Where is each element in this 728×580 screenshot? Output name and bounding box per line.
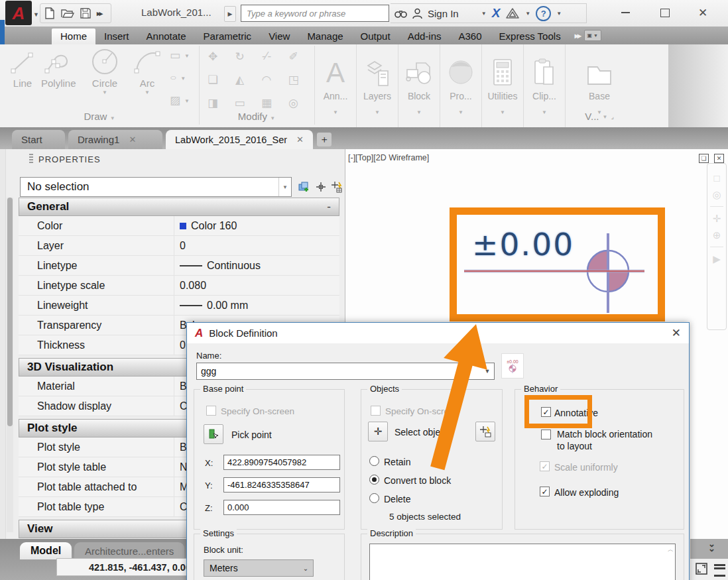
maximize-button[interactable] [655, 5, 675, 20]
move-icon[interactable]: ✥ [204, 50, 221, 64]
file-tab-labwork[interactable]: LabWork_2015_2016_Semester 2* ✕ [166, 130, 313, 149]
block-flyout-icon[interactable]: ▼ [416, 109, 422, 115]
open-file-icon[interactable] [61, 8, 74, 19]
quick-select-button[interactable] [329, 179, 345, 195]
ellipse-tool-button[interactable]: ○ ▼ [170, 72, 186, 84]
objects-specify-checkbox[interactable] [371, 406, 381, 416]
customization-menu-icon[interactable] [714, 564, 725, 577]
title-expand-icon[interactable]: ▶ [224, 6, 236, 22]
minimize-button[interactable] [615, 5, 635, 20]
basepoint-specify-checkbox[interactable] [206, 406, 216, 416]
exchange-apps-icon[interactable]: X [492, 6, 501, 21]
retain-radio[interactable] [369, 456, 379, 466]
model-tab[interactable]: Model [20, 542, 72, 559]
tab-express-tools[interactable]: Express Tools [491, 29, 570, 44]
rectangle-flyout-icon[interactable]: ▼ [184, 53, 190, 59]
base-tool-button[interactable]: Base [589, 91, 610, 101]
rectangle-tool-button[interactable]: ▭ ▼ [170, 50, 190, 61]
annotation-flyout-icon[interactable]: ▼ [333, 109, 338, 115]
tab-annotate[interactable]: Annotate [138, 29, 195, 44]
quick-select-button[interactable] [475, 422, 495, 441]
circle-tool-button[interactable]: Circle ▼ [90, 47, 119, 95]
tab-home[interactable]: Home [52, 29, 95, 44]
file-tab-drawing1[interactable]: Drawing1 ✕ [68, 130, 162, 149]
search-input[interactable] [241, 5, 389, 22]
tab-parametric[interactable]: Parametric [195, 29, 261, 44]
collapse-chevron-icon[interactable]: ⌄⌄ [708, 542, 715, 551]
palette-scrollbar-thumb[interactable] [7, 198, 13, 426]
close-button[interactable]: ✕ [693, 5, 713, 20]
viewport-close-icon[interactable]: ✕ [714, 154, 724, 163]
stretch-icon[interactable]: ◨ [204, 96, 221, 110]
pan-icon[interactable]: ✛ [713, 213, 721, 223]
rotate-icon[interactable]: ↻ [231, 50, 249, 64]
arc-flyout-icon[interactable]: ▼ [145, 89, 150, 95]
clean-screen-icon[interactable] [695, 562, 708, 575]
section-general[interactable]: General - [19, 198, 339, 216]
hatch-tool-button[interactable]: ▨ ▼ [170, 95, 190, 106]
utilities-panel-button[interactable]: Utilities ▼ [482, 44, 524, 127]
trim-icon[interactable]: -⁄- [258, 50, 275, 64]
tab-view[interactable]: View [260, 29, 298, 44]
name-combo-caret-icon[interactable]: ▼ [481, 363, 494, 379]
offset-icon[interactable]: ◎ [285, 96, 302, 110]
dialog-close-icon[interactable]: ✕ [672, 326, 681, 340]
scale-uniformly-checkbox[interactable]: ✓ [540, 461, 550, 471]
help-icon[interactable]: ? [536, 6, 551, 21]
tab-manage[interactable]: Manage [298, 29, 351, 44]
circle-flyout-icon[interactable]: ▼ [102, 89, 107, 95]
sign-in-button[interactable]: Sign In [428, 8, 459, 19]
polyline-tool-button[interactable]: Polyline [41, 50, 76, 89]
match-orientation-checkbox[interactable] [541, 430, 551, 439]
utilities-flyout-icon[interactable]: ▼ [500, 109, 505, 115]
app-menu-caret-icon[interactable]: ▼ [33, 11, 39, 18]
line-tool-button[interactable]: Line [9, 50, 36, 89]
property-row[interactable]: Color Color 160 [19, 216, 339, 236]
property-row[interactable]: Linetype Continuous [19, 256, 339, 276]
new-file-icon[interactable] [44, 7, 55, 19]
convert-to-block-radio[interactable] [369, 475, 379, 485]
base-x-input[interactable] [223, 455, 340, 470]
draw-panel-label[interactable]: Draw ▼ [0, 111, 199, 122]
hatch-flyout-icon[interactable]: ▼ [184, 98, 190, 104]
properties-flyout-icon[interactable]: ▼ [458, 109, 463, 115]
block-panel-button[interactable]: Block ▼ [398, 44, 440, 127]
annotation-panel-button[interactable]: A Ann... ▼ [315, 44, 357, 127]
block-unit-dropdown[interactable]: Meters ⌄ [204, 559, 314, 577]
viewport-restore-icon[interactable]: ❏ [699, 154, 709, 163]
base-z-input[interactable] [223, 500, 340, 515]
block-name-combo[interactable]: ggg ▼ [196, 363, 495, 380]
palette-grip[interactable] [29, 154, 33, 163]
erase-icon[interactable]: ✐ [285, 50, 302, 64]
view-panel-label[interactable]: V... ▼⌟ [566, 111, 633, 122]
collapse-icon[interactable]: - [327, 200, 331, 213]
steering-wheel-icon[interactable]: ◎ [712, 190, 721, 200]
scale-icon[interactable]: ▭ [231, 96, 249, 110]
allow-exploding-checkbox[interactable]: ✓ [540, 487, 550, 496]
tab-a360[interactable]: A360 [450, 29, 490, 44]
a360-icon[interactable] [505, 7, 520, 19]
tabs-overflow-icon[interactable]: ▸▸ [575, 31, 580, 40]
selection-combo-caret-icon[interactable]: ▼ [278, 178, 291, 196]
tab-addins[interactable]: Add-ins [399, 29, 450, 44]
user-icon[interactable] [412, 8, 422, 19]
orbit-icon[interactable]: ▶ [713, 254, 721, 264]
layers-panel-button[interactable]: Layers ▼ [357, 44, 398, 127]
search-binoculars-icon[interactable] [394, 9, 407, 19]
close-tab-icon[interactable]: ✕ [296, 135, 304, 145]
array-icon[interactable]: ▦ [258, 96, 275, 110]
save-icon[interactable] [80, 8, 91, 19]
modify-panel-label[interactable]: Modify ▼ [200, 111, 313, 122]
property-row[interactable]: Linetype scale 0.080 [19, 276, 339, 296]
delete-radio[interactable] [369, 493, 379, 503]
ribbon-display-toggle[interactable]: ▣▼ [584, 30, 601, 41]
viewport-controls-label[interactable]: [-][Top][2D Wireframe] [348, 153, 429, 162]
arc-tool-button[interactable]: Arc ▼ [133, 48, 162, 95]
select-objects-button[interactable] [313, 179, 329, 195]
explode-icon[interactable]: ◳ [285, 73, 302, 87]
toggle-pickadd-button[interactable] [296, 179, 312, 195]
base-y-input[interactable] [223, 477, 340, 493]
fillet-icon[interactable]: ◠ [258, 73, 275, 87]
tab-output[interactable]: Output [352, 29, 399, 44]
copy-icon[interactable]: ❏ [204, 73, 221, 87]
